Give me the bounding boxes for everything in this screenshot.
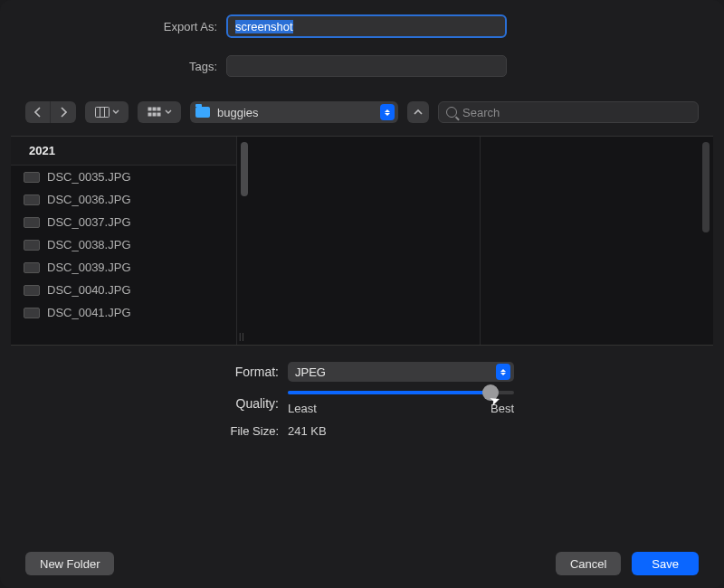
location-dropdown[interactable]: buggies — [190, 101, 398, 123]
quality-max-label: Best — [491, 402, 514, 415]
file-name: DSC_0040.JPG — [47, 283, 131, 297]
slider-track — [288, 391, 514, 394]
svg-rect-3 — [148, 108, 151, 110]
quality-row: Quality: ➤ Least Best — [0, 391, 724, 415]
slider-knob[interactable] — [482, 384, 499, 401]
image-thumb-icon — [24, 285, 40, 296]
file-row[interactable]: DSC_0041.JPG — [11, 301, 236, 324]
format-row: Format: JPEG — [0, 362, 724, 382]
columns-icon — [95, 107, 110, 118]
back-button[interactable] — [25, 101, 51, 123]
image-thumb-icon — [24, 217, 40, 228]
file-name: DSC_0037.JPG — [47, 215, 131, 229]
format-dropdown[interactable]: JPEG — [288, 362, 514, 382]
forward-button[interactable] — [51, 101, 76, 123]
cancel-button[interactable]: Cancel — [556, 552, 621, 575]
view-mode-segment — [85, 101, 129, 123]
slider-fill — [288, 391, 487, 394]
column-header[interactable]: 2021 — [11, 137, 236, 166]
file-row[interactable]: DSC_0036.JPG — [11, 188, 236, 211]
resize-handle-icon[interactable]: || — [237, 332, 245, 341]
image-thumb-icon — [24, 172, 40, 183]
export-dialog: Export As: Tags: — [0, 0, 724, 588]
quality-slider[interactable]: ➤ Least Best — [288, 391, 514, 415]
updown-arrows-icon — [380, 104, 395, 120]
tags-row: Tags: — [0, 52, 724, 80]
file-name: DSC_0035.JPG — [47, 170, 131, 184]
svg-rect-6 — [148, 113, 151, 116]
image-thumb-icon — [24, 194, 40, 205]
scrollbar-vertical[interactable] — [702, 142, 710, 232]
quality-min-label: Least — [288, 402, 317, 415]
file-row[interactable]: DSC_0035.JPG — [11, 166, 236, 188]
browser-column-3 — [480, 137, 713, 345]
image-thumb-icon — [24, 262, 40, 273]
chevron-left-icon — [34, 107, 42, 118]
file-row[interactable]: DSC_0039.JPG — [11, 256, 236, 279]
file-row[interactable]: DSC_0040.JPG — [11, 279, 236, 301]
file-name: DSC_0039.JPG — [47, 261, 131, 274]
collapse-button[interactable] — [407, 101, 429, 123]
search-field[interactable]: Search — [438, 101, 699, 123]
svg-rect-4 — [153, 108, 156, 110]
group-button[interactable] — [138, 101, 181, 123]
export-as-label: Export As: — [0, 20, 226, 33]
dialog-footer: New Folder Cancel Save — [0, 552, 724, 575]
file-name: DSC_0038.JPG — [47, 238, 131, 251]
image-thumb-icon — [24, 240, 40, 251]
search-icon — [446, 107, 457, 118]
filesize-label: File Size: — [0, 424, 288, 438]
chevron-right-icon — [60, 107, 67, 118]
filesize-row: File Size: 241 KB — [0, 424, 724, 438]
filename-input[interactable] — [226, 14, 507, 38]
format-value: JPEG — [295, 365, 326, 379]
filesize-value: 241 KB — [288, 424, 327, 438]
group-segment — [138, 101, 181, 123]
file-row[interactable]: DSC_0038.JPG — [11, 233, 236, 256]
browser-column-2: || — [237, 137, 480, 345]
updown-arrows-icon — [496, 364, 510, 380]
file-name: DSC_0041.JPG — [47, 306, 131, 319]
tags-label: Tags: — [0, 60, 226, 73]
nav-back-forward — [25, 101, 76, 123]
search-placeholder: Search — [462, 106, 500, 119]
location-name: buggies — [217, 106, 259, 119]
folder-icon — [195, 107, 210, 118]
quality-label: Quality: — [0, 396, 288, 411]
chevron-down-icon — [165, 109, 172, 115]
format-label: Format: — [0, 365, 288, 379]
grid-icon — [148, 107, 162, 118]
export-options: Format: JPEG Quality: ➤ Least Best — [0, 346, 724, 438]
image-thumb-icon — [24, 308, 40, 318]
browser-toolbar: buggies Search — [0, 101, 724, 123]
file-browser: 2021 DSC_0035.JPGDSC_0036.JPGDSC_0037.JP… — [11, 136, 713, 346]
svg-rect-0 — [95, 108, 109, 118]
tags-input[interactable] — [226, 55, 507, 77]
chevron-up-icon — [414, 109, 423, 116]
svg-rect-7 — [153, 113, 156, 116]
file-row[interactable]: DSC_0037.JPG — [11, 211, 236, 233]
scrollbar-vertical[interactable] — [241, 142, 248, 196]
svg-rect-5 — [157, 108, 160, 110]
save-button[interactable]: Save — [632, 552, 699, 575]
view-columns-button[interactable] — [85, 101, 129, 123]
export-as-row: Export As: — [0, 0, 724, 40]
chevron-down-icon — [112, 109, 119, 115]
new-folder-button[interactable]: New Folder — [25, 552, 114, 575]
browser-column-1: 2021 DSC_0035.JPGDSC_0036.JPGDSC_0037.JP… — [11, 137, 237, 345]
slider-labels: Least Best — [288, 402, 514, 415]
file-name: DSC_0036.JPG — [47, 193, 131, 206]
svg-rect-8 — [157, 113, 160, 116]
file-list: DSC_0035.JPGDSC_0036.JPGDSC_0037.JPGDSC_… — [11, 166, 236, 324]
